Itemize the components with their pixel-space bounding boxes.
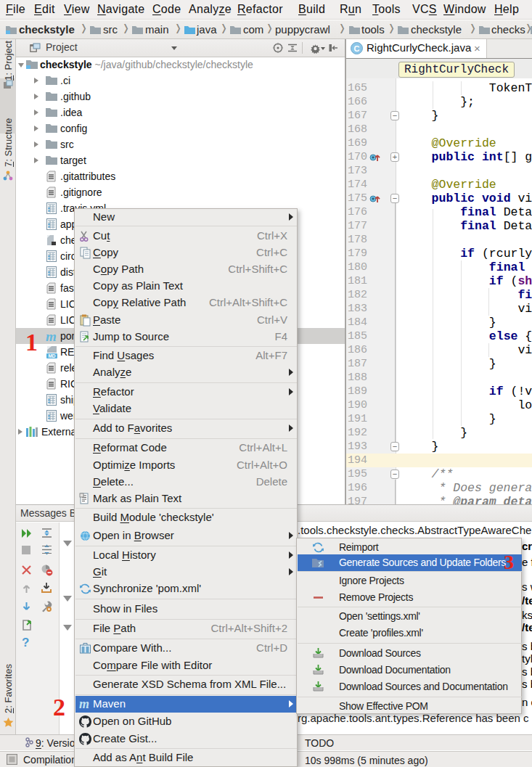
svg-text:MD: MD xyxy=(48,353,55,358)
svg-text:C: C xyxy=(354,44,360,53)
